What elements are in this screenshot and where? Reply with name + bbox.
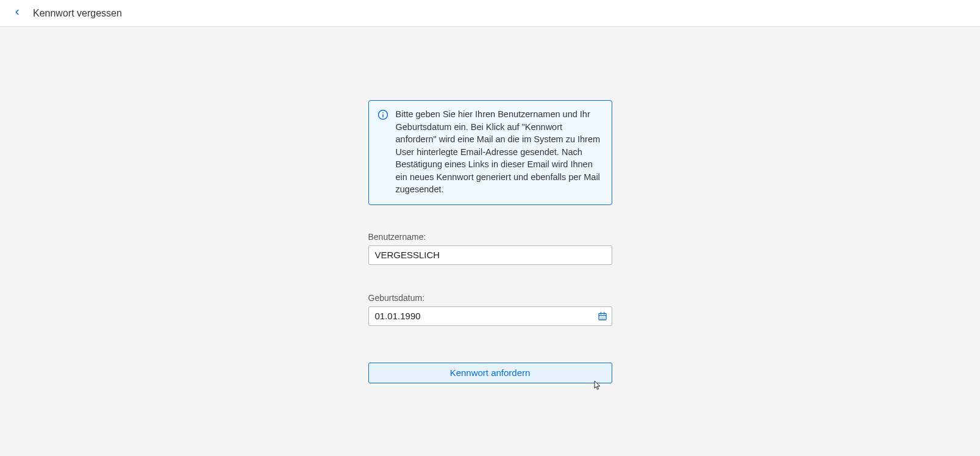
content-area: Bitte geben Sie hier Ihren Benutzernamen…	[0, 27, 980, 383]
chevron-left-icon	[13, 8, 21, 19]
birthdate-label: Geburtsdatum:	[368, 293, 612, 303]
svg-point-12	[604, 318, 604, 319]
svg-point-7	[600, 316, 601, 317]
calendar-icon[interactable]	[598, 311, 607, 321]
svg-point-8	[602, 316, 603, 317]
svg-point-10	[600, 318, 601, 319]
svg-rect-2	[382, 114, 384, 117]
svg-point-1	[382, 112, 384, 114]
svg-point-9	[604, 316, 604, 317]
page-title: Kennwort vergessen	[33, 8, 122, 19]
page-header: Kennwort vergessen	[0, 0, 980, 27]
birthdate-field-group: Geburtsdatum:	[368, 293, 612, 326]
back-button[interactable]	[10, 6, 24, 21]
info-message-text: Bitte geben Sie hier Ihren Benutzernamen…	[396, 108, 603, 196]
info-message-box: Bitte geben Sie hier Ihren Benutzernamen…	[368, 100, 612, 205]
username-label: Benutzername:	[368, 232, 612, 242]
svg-point-11	[602, 318, 603, 319]
username-field-group: Benutzername:	[368, 232, 612, 265]
info-icon	[377, 109, 388, 123]
birthdate-input[interactable]	[368, 306, 612, 326]
username-input[interactable]	[368, 245, 612, 265]
birthdate-input-wrap	[368, 306, 612, 326]
request-password-button[interactable]: Kennwort anfordern	[368, 363, 612, 383]
